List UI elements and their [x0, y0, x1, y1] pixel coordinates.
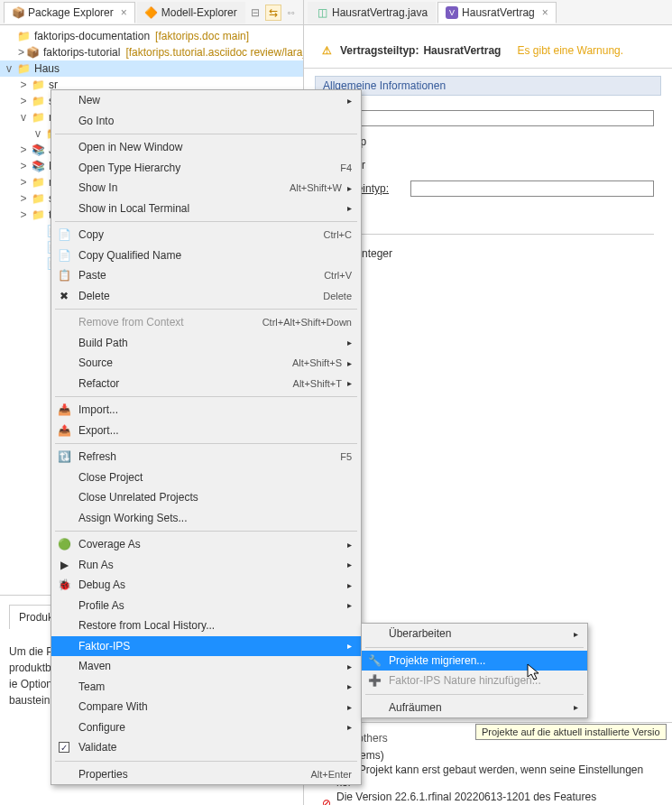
menu-item-coverage-as[interactable]: 🟢Coverage As▸: [51, 534, 361, 555]
text-input[interactable]: [410, 180, 654, 197]
shortcut-label: Ctrl+Alt+Shift+Down: [262, 317, 352, 328]
menu-item-close-unrelated-projects[interactable]: Close Unrelated Projects: [51, 487, 361, 508]
menu-item-show-in[interactable]: Show InAlt+Shift+W▸: [51, 178, 361, 199]
tree-item[interactable]: 📁 faktorips-documentation [faktorips.doc…: [0, 28, 303, 44]
menu-item-maven[interactable]: Maven▸: [51, 656, 361, 677]
folder-icon: 📁: [31, 191, 45, 206]
expand-icon[interactable]: >: [18, 79, 29, 91]
problem-row[interactable]: ⊘ Das Projekt kann erst gebaut werden, w…: [313, 763, 663, 790]
expand-icon[interactable]: v: [32, 127, 43, 140]
section-header[interactable]: Allgemeine Informationen: [315, 76, 661, 96]
close-icon[interactable]: ×: [542, 6, 548, 19]
warning-icon: ⚠: [322, 44, 332, 57]
menu-item-configure[interactable]: Configure▸: [51, 717, 361, 738]
collapse-icon[interactable]: ⊟: [247, 5, 263, 21]
menu-label: Build Path: [78, 337, 128, 349]
error-group[interactable]: ⌄ ⊘ (2 items): [313, 748, 663, 763]
menu-item-build-path[interactable]: Build Path▸: [51, 333, 361, 354]
menu-label: Properties: [78, 768, 128, 781]
proj-icon: 📁: [16, 61, 31, 76]
submenu-item--berarbeiten[interactable]: Überarbeiten▸: [362, 624, 587, 644]
debug-icon: 🐞: [57, 578, 71, 592]
text-input[interactable]: [332, 110, 654, 126]
chevron-right-icon: ▸: [574, 702, 578, 712]
expand-icon[interactable]: >: [18, 160, 29, 172]
tab-java-file[interactable]: ◫ HausratVertrag.java: [308, 2, 436, 23]
tree-item[interactable]: > 📦 faktorips-tutorial [faktorips.tutori…: [0, 44, 303, 60]
chevron-right-icon: ▸: [347, 580, 352, 590]
menu-item-paste[interactable]: 📋PasteCtrl+V: [51, 265, 361, 286]
focus-icon[interactable]: ◦◦: [283, 5, 299, 21]
tree-item[interactable]: v 📁 Haus: [0, 60, 303, 77]
menu-item-assign-working-sets-[interactable]: Assign Working Sets...: [51, 508, 361, 529]
menu-item-profile-as[interactable]: Profile As▸: [51, 596, 361, 616]
expand-icon[interactable]: >: [18, 208, 29, 221]
copy-icon: 📄: [57, 227, 71, 242]
menu-item-compare-with[interactable]: Compare With▸: [51, 697, 361, 717]
folder-icon: 📁: [31, 208, 45, 222]
expand-icon[interactable]: v: [18, 111, 29, 124]
submenu-item-aufr-umen[interactable]: Aufräumen▸: [362, 698, 587, 718]
expand-icon[interactable]: >: [18, 192, 29, 205]
lib-icon: 📚: [31, 143, 45, 157]
tab-package-explorer[interactable]: 📦 Package Explorer ×: [4, 2, 135, 23]
menu-item-delete[interactable]: ✖DeleteDelete: [51, 286, 361, 307]
chevron-right-icon: ▸: [347, 378, 352, 388]
menu-item-properties[interactable]: PropertiesAlt+Enter: [51, 764, 361, 785]
expand-icon[interactable]: >: [18, 95, 29, 107]
menu-label: Projekte migrieren...: [389, 654, 485, 667]
tab-vertrag[interactable]: V HausratVertrag ×: [437, 2, 557, 23]
copy-icon: 📄: [57, 248, 71, 263]
menu-item-new[interactable]: New▸: [51, 90, 361, 111]
menu-item-open-in-new-window[interactable]: Open in New Window: [51, 137, 361, 158]
menu-item-import-[interactable]: 📥Import...: [51, 400, 361, 421]
menu-item-debug-as[interactable]: 🐞Debug As▸: [51, 575, 361, 596]
expand-icon[interactable]: >: [18, 143, 29, 156]
lib-icon: 📚: [31, 159, 45, 173]
chevron-right-icon: ▸: [347, 641, 352, 651]
menu-item-refresh[interactable]: 🔃RefreshF5: [51, 447, 361, 467]
folder-icon: 📁: [31, 94, 45, 108]
chevron-right-icon: ▸: [347, 358, 352, 368]
expand-icon[interactable]: >: [18, 46, 24, 59]
menu-item-restore-from-local-history-[interactable]: Restore from Local History...: [51, 615, 361, 636]
tab-modell-explorer[interactable]: 🔶 Modell-Explorer: [137, 2, 245, 23]
tree-label: faktorips-tutorial: [43, 46, 120, 59]
menu-item-go-into[interactable]: Go Into: [51, 111, 361, 132]
menu-item-remove-from-context: Remove from ContextCtrl+Alt+Shift+Down: [51, 312, 361, 333]
menu-label: Open in New Window: [78, 141, 182, 153]
menu-item-faktor-ips[interactable]: Faktor-IPS▸: [51, 636, 361, 657]
package-icon: 📦: [12, 6, 24, 19]
menu-item-source[interactable]: SourceAlt+Shift+S▸: [51, 353, 361, 374]
menu-item-export-[interactable]: 📤Export...: [51, 421, 361, 441]
menu-item-open-type-hierarchy[interactable]: Open Type HierarchyF4: [51, 158, 361, 179]
form-row: ktbausteintyp:: [322, 177, 654, 200]
submenu-item-projekte-migrieren-[interactable]: 🔧Projekte migrieren...: [362, 651, 587, 671]
link-editor-icon[interactable]: ⇆: [265, 5, 281, 21]
problem-row[interactable]: ⊘ Die Version 22.6.1.rfinal 20220613-120…: [313, 790, 663, 805]
close-icon[interactable]: ×: [121, 6, 127, 19]
menu-item-refactor[interactable]: RefactorAlt+Shift+T▸: [51, 374, 361, 394]
form-row: gurierbar: [322, 153, 654, 177]
menu-item-run-as[interactable]: ▶Run As▸: [51, 555, 361, 576]
chevron-right-icon: ▸: [347, 338, 352, 347]
menu-label: Coverage As: [78, 538, 141, 551]
checkbox-icon: ✓: [59, 742, 69, 753]
expand-icon[interactable]: >: [18, 176, 29, 189]
menu-item-copy[interactable]: 📄CopyCtrl+C: [51, 225, 361, 245]
menu-item-team[interactable]: Team▸: [51, 677, 361, 698]
expand-icon[interactable]: v: [4, 62, 14, 75]
chevron-right-icon: ▸: [347, 722, 352, 732]
menu-label: Delete: [78, 290, 110, 302]
menu-label: Compare With: [78, 700, 148, 713]
menu-item-close-project[interactable]: Close Project: [51, 467, 361, 488]
shortcut-label: F4: [340, 162, 352, 173]
menu-label: Refactor: [78, 377, 119, 390]
menu-label: Source: [78, 356, 113, 369]
chevron-right-icon: ▸: [347, 540, 352, 550]
menu-item-show-in-local-terminal[interactable]: Show in Local Terminal▸: [51, 199, 361, 219]
tree-label: faktorips-documentation: [34, 30, 150, 42]
menu-item-validate[interactable]: ✓Validate: [51, 737, 361, 758]
menu-item-copy-qualified-name[interactable]: 📄Copy Qualified Name: [51, 245, 361, 266]
chevron-right-icon: ▸: [347, 203, 352, 213]
